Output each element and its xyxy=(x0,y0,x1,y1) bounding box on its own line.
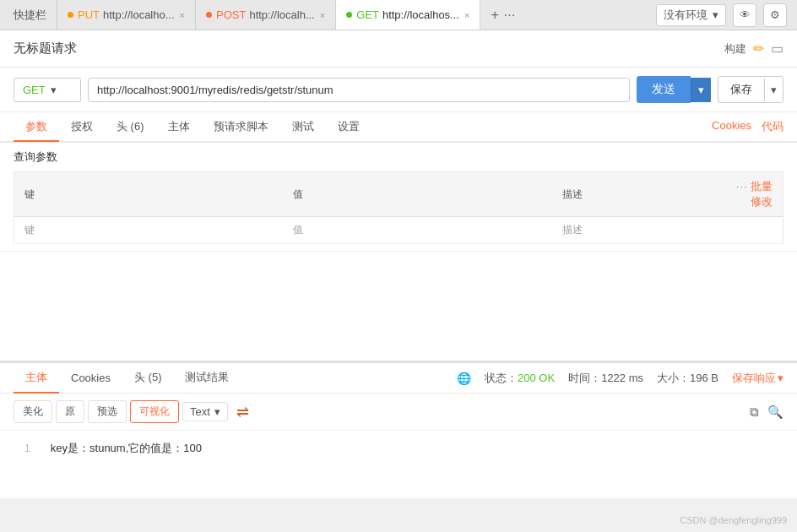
status-badge: 状态：200 OK xyxy=(485,371,555,386)
response-size: 大小：196 B xyxy=(657,371,718,386)
put-dot xyxy=(68,12,73,18)
line-number: 1 xyxy=(14,442,30,454)
tab-prerequest[interactable]: 预请求脚本 xyxy=(202,113,280,142)
batch-edit-button[interactable]: 批量修改 xyxy=(751,180,773,208)
more-tabs-button[interactable]: ··· xyxy=(504,8,515,23)
params-title: 查询参数 xyxy=(14,149,783,165)
tab-get-method: GET xyxy=(356,8,379,21)
tab-get-url: http://localhos... xyxy=(382,8,459,21)
raw-button[interactable]: 原 xyxy=(56,400,84,423)
resp-tab-body[interactable]: 主体 xyxy=(14,364,59,394)
save-response-dropdown-icon: ▾ xyxy=(778,372,783,384)
beautify-button[interactable]: 美化 xyxy=(14,400,52,423)
code-link[interactable]: 代码 xyxy=(762,119,783,134)
env-dropdown-icon: ▾ xyxy=(713,8,718,21)
tab-put-method: PUT xyxy=(78,8,100,21)
cookies-link[interactable]: Cookies xyxy=(712,119,751,134)
save-dropdown-icon[interactable]: ▾ xyxy=(764,79,783,101)
tab-post-url: http://localh... xyxy=(249,8,314,21)
env-area: 没有环境 ▾ 👁 ⚙ xyxy=(656,3,794,27)
format-icon[interactable]: ⇌ xyxy=(236,403,249,421)
resp-tab-cookies[interactable]: Cookies xyxy=(59,364,122,394)
request-bar: GET ▾ 发送 ▾ 保存 ▾ xyxy=(0,68,797,112)
globe-icon: 🌐 xyxy=(457,372,471,385)
send-button[interactable]: 发送 ▾ xyxy=(637,76,711,103)
nav-tab-right-links: Cookies 代码 xyxy=(712,119,783,134)
response-toolbar: 美化 原 预选 可视化 Text ▾ ⇌ ⧉ 🔍 xyxy=(0,394,797,431)
edit-icon[interactable]: ✏ xyxy=(753,41,764,57)
watermark: CSDN @dengfengling999 xyxy=(680,515,787,525)
url-input[interactable] xyxy=(88,78,630,102)
format-select[interactable]: Text ▾ xyxy=(182,402,228,421)
tab-put-close[interactable]: × xyxy=(180,10,185,20)
tab-tests[interactable]: 测试 xyxy=(280,113,326,142)
col-key-header: 键 xyxy=(14,172,284,217)
resp-status-area: 🌐 状态：200 OK 时间：1222 ms 大小：196 B 保存响应 ▾ xyxy=(457,371,783,386)
tab-post[interactable]: POST http://localh... × xyxy=(196,0,336,30)
table-row: 键 值 描述 xyxy=(14,217,783,244)
method-selector[interactable]: GET ▾ xyxy=(14,78,81,102)
col-val-header: 值 xyxy=(283,172,552,217)
params-section: 查询参数 键 值 描述 ··· 批量修改 键 值 描述 xyxy=(0,143,797,251)
tab-actions: + ··· xyxy=(484,8,522,23)
tab-post-close[interactable]: × xyxy=(320,10,325,20)
tab-get-close[interactable]: × xyxy=(464,10,469,20)
tab-body[interactable]: 主体 xyxy=(156,113,202,142)
status-ok: 200 OK xyxy=(518,372,555,384)
response-time: 时间：1222 ms xyxy=(568,371,643,386)
search-icon[interactable]: 🔍 xyxy=(767,404,783,420)
tab-put[interactable]: PUT http://localho... × xyxy=(57,0,196,30)
col-desc-header: 描述 xyxy=(552,172,721,217)
gear-button[interactable]: ⚙ xyxy=(763,3,787,27)
resp-tab-headers[interactable]: 头 (5) xyxy=(122,364,174,394)
tab-headers[interactable]: 头 (6) xyxy=(105,113,156,142)
param-key-cell[interactable]: 键 xyxy=(14,217,284,244)
page-header: 无标题请求 构建 ✏ ▭ xyxy=(0,30,797,68)
response-text: key是：stunum,它的值是：100 xyxy=(51,442,202,454)
action-dots: ··· xyxy=(736,180,748,193)
save-response-label: 保存响应 xyxy=(732,371,776,386)
tab-settings[interactable]: 设置 xyxy=(326,113,371,142)
response-content: 1 key是：stunum,它的值是：100 xyxy=(0,431,797,498)
save-response-button[interactable]: 保存响应 ▾ xyxy=(732,371,783,386)
tab-put-url: http://localho... xyxy=(103,8,175,21)
send-dropdown-icon[interactable]: ▾ xyxy=(691,78,711,102)
eye-icon: 👁 xyxy=(740,8,751,21)
add-tab-button[interactable]: + xyxy=(491,8,498,23)
quick-access[interactable]: 快捷栏 xyxy=(3,0,57,30)
param-actions-cell xyxy=(722,217,783,244)
params-table: 键 值 描述 ··· 批量修改 键 值 描述 xyxy=(14,171,783,244)
copy-icon[interactable]: ⧉ xyxy=(750,404,759,420)
method-dropdown-icon: ▾ xyxy=(51,84,57,96)
visualize-button[interactable]: 可视化 xyxy=(130,400,179,423)
tab-post-method: POST xyxy=(216,8,246,21)
col-actions-header: ··· 批量修改 xyxy=(722,172,783,217)
response-area: 主体 Cookies 头 (5) 测试结果 🌐 状态：200 OK 时间：122… xyxy=(0,361,797,498)
save-label: 保存 xyxy=(718,77,764,102)
tab-params[interactable]: 参数 xyxy=(14,113,59,142)
header-actions: 构建 ✏ ▭ xyxy=(724,41,783,57)
gear-icon: ⚙ xyxy=(770,8,780,21)
tab-bar: 快捷栏 PUT http://localho... × POST http://… xyxy=(0,0,797,30)
method-label: GET xyxy=(23,84,46,96)
post-dot xyxy=(206,12,212,18)
empty-area xyxy=(0,251,797,361)
tab-get[interactable]: GET http://localhos... × xyxy=(336,0,480,30)
eye-button[interactable]: 👁 xyxy=(733,3,756,27)
construct-label: 构建 xyxy=(724,41,746,57)
share-icon[interactable]: ▭ xyxy=(771,41,783,57)
save-button[interactable]: 保存 ▾ xyxy=(718,76,783,103)
get-dot xyxy=(346,12,352,18)
resp-right-icons: ⧉ 🔍 xyxy=(750,404,783,420)
response-tabs: 主体 Cookies 头 (5) 测试结果 🌐 状态：200 OK 时间：122… xyxy=(0,363,797,394)
param-val-cell[interactable]: 值 xyxy=(283,217,552,244)
tab-auth[interactable]: 授权 xyxy=(59,113,105,142)
resp-tab-test-results[interactable]: 测试结果 xyxy=(173,364,241,394)
nav-tabs: 参数 授权 头 (6) 主体 预请求脚本 测试 设置 Cookies 代码 xyxy=(0,112,797,143)
env-select[interactable]: 没有环境 ▾ xyxy=(656,4,726,26)
format-dropdown-icon: ▾ xyxy=(214,405,220,418)
page-title: 无标题请求 xyxy=(14,41,77,57)
preview-button[interactable]: 预选 xyxy=(88,400,127,423)
send-label: 发送 xyxy=(637,76,691,103)
param-desc-cell[interactable]: 描述 xyxy=(552,217,721,244)
